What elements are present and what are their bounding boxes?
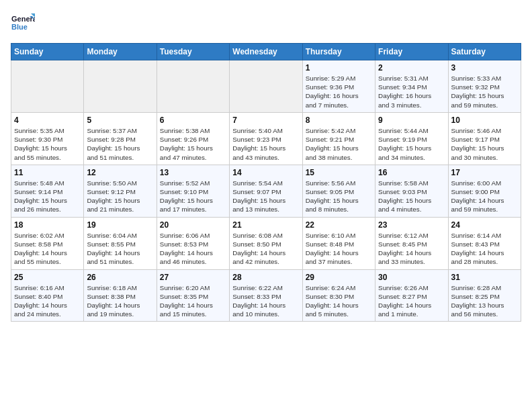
calendar-cell: 2Sunrise: 5:31 AM Sunset: 9:34 PM Daylig…: [375, 60, 448, 113]
calendar-cell: [84, 60, 157, 113]
calendar-header-row: SundayMondayTuesdayWednesdayThursdayFrid…: [11, 44, 521, 60]
calendar-cell: 6Sunrise: 5:38 AM Sunset: 9:26 PM Daylig…: [157, 112, 229, 165]
weekday-header-wednesday: Wednesday: [230, 44, 302, 60]
logo: General Blue: [11, 11, 35, 35]
calendar-cell: 21Sunrise: 6:08 AM Sunset: 8:50 PM Dayli…: [230, 217, 302, 269]
day-number: 30: [378, 273, 445, 282]
day-number: 2: [378, 63, 445, 73]
day-info: Sunrise: 6:26 AM Sunset: 8:27 PM Dayligh…: [378, 283, 445, 319]
day-number: 6: [160, 116, 226, 125]
day-info: Sunrise: 5:42 AM Sunset: 9:21 PM Dayligh…: [306, 126, 372, 162]
day-number: 15: [306, 168, 372, 177]
day-number: 20: [160, 220, 226, 230]
day-info: Sunrise: 5:29 AM Sunset: 9:36 PM Dayligh…: [306, 74, 372, 109]
calendar-cell: 27Sunrise: 6:20 AM Sunset: 8:35 PM Dayli…: [157, 269, 229, 322]
day-number: 31: [451, 273, 518, 282]
day-number: 26: [87, 273, 153, 282]
day-info: Sunrise: 5:52 AM Sunset: 9:10 PM Dayligh…: [160, 179, 226, 214]
calendar-cell: 24Sunrise: 6:14 AM Sunset: 8:43 PM Dayli…: [448, 217, 521, 269]
calendar-cell: 18Sunrise: 6:02 AM Sunset: 8:58 PM Dayli…: [11, 217, 84, 269]
day-info: Sunrise: 5:50 AM Sunset: 9:12 PM Dayligh…: [87, 179, 153, 214]
calendar-cell: [157, 60, 229, 113]
calendar-cell: 12Sunrise: 5:50 AM Sunset: 9:12 PM Dayli…: [84, 165, 157, 217]
weekday-header-thursday: Thursday: [302, 44, 375, 60]
calendar-cell: 26Sunrise: 6:18 AM Sunset: 8:38 PM Dayli…: [84, 269, 157, 322]
day-info: Sunrise: 5:37 AM Sunset: 9:28 PM Dayligh…: [87, 126, 153, 162]
calendar-cell: 13Sunrise: 5:52 AM Sunset: 9:10 PM Dayli…: [157, 165, 229, 217]
day-number: 29: [306, 273, 372, 282]
calendar-cell: 16Sunrise: 5:58 AM Sunset: 9:03 PM Dayli…: [375, 165, 448, 217]
calendar-week-3: 11Sunrise: 5:48 AM Sunset: 9:14 PM Dayli…: [11, 165, 521, 217]
calendar-cell: 5Sunrise: 5:37 AM Sunset: 9:28 PM Daylig…: [84, 112, 157, 165]
day-number: 4: [14, 116, 81, 125]
weekday-header-monday: Monday: [84, 44, 157, 60]
day-number: 12: [87, 168, 153, 177]
day-number: 24: [451, 220, 518, 230]
day-info: Sunrise: 6:12 AM Sunset: 8:45 PM Dayligh…: [378, 231, 445, 267]
calendar-week-1: 1Sunrise: 5:29 AM Sunset: 9:36 PM Daylig…: [11, 60, 521, 113]
day-number: 9: [378, 116, 445, 125]
calendar-cell: 22Sunrise: 6:10 AM Sunset: 8:48 PM Dayli…: [302, 217, 375, 269]
calendar-cell: 17Sunrise: 6:00 AM Sunset: 9:00 PM Dayli…: [448, 165, 521, 217]
day-info: Sunrise: 6:08 AM Sunset: 8:50 PM Dayligh…: [232, 231, 299, 267]
calendar-cell: 15Sunrise: 5:56 AM Sunset: 9:05 PM Dayli…: [302, 165, 375, 217]
weekday-header-saturday: Saturday: [448, 44, 521, 60]
calendar-cell: [11, 60, 84, 113]
day-number: 8: [306, 116, 372, 125]
day-info: Sunrise: 5:54 AM Sunset: 9:07 PM Dayligh…: [232, 179, 299, 214]
calendar-week-2: 4Sunrise: 5:35 AM Sunset: 9:30 PM Daylig…: [11, 112, 521, 165]
day-number: 19: [87, 220, 153, 230]
calendar-cell: 29Sunrise: 6:24 AM Sunset: 8:30 PM Dayli…: [302, 269, 375, 322]
weekday-header-tuesday: Tuesday: [157, 44, 229, 60]
day-number: 27: [160, 273, 226, 282]
page-header: General Blue: [11, 11, 521, 35]
calendar-week-4: 18Sunrise: 6:02 AM Sunset: 8:58 PM Dayli…: [11, 217, 521, 269]
day-info: Sunrise: 5:56 AM Sunset: 9:05 PM Dayligh…: [306, 179, 372, 214]
calendar-cell: [230, 60, 302, 113]
day-info: Sunrise: 5:58 AM Sunset: 9:03 PM Dayligh…: [378, 179, 445, 214]
calendar-cell: 11Sunrise: 5:48 AM Sunset: 9:14 PM Dayli…: [11, 165, 84, 217]
day-info: Sunrise: 5:40 AM Sunset: 9:23 PM Dayligh…: [232, 126, 299, 162]
day-info: Sunrise: 6:24 AM Sunset: 8:30 PM Dayligh…: [306, 283, 372, 319]
day-info: Sunrise: 6:04 AM Sunset: 8:55 PM Dayligh…: [87, 231, 153, 267]
day-number: 1: [306, 63, 372, 73]
day-number: 28: [232, 273, 299, 282]
day-number: 14: [232, 168, 299, 177]
calendar-week-5: 25Sunrise: 6:16 AM Sunset: 8:40 PM Dayli…: [11, 269, 521, 322]
calendar-cell: 20Sunrise: 6:06 AM Sunset: 8:53 PM Dayli…: [157, 217, 229, 269]
calendar-cell: 1Sunrise: 5:29 AM Sunset: 9:36 PM Daylig…: [302, 60, 375, 113]
day-number: 25: [14, 273, 81, 282]
day-info: Sunrise: 6:16 AM Sunset: 8:40 PM Dayligh…: [14, 283, 81, 319]
calendar-cell: 4Sunrise: 5:35 AM Sunset: 9:30 PM Daylig…: [11, 112, 84, 165]
day-number: 17: [451, 168, 518, 177]
day-info: Sunrise: 5:48 AM Sunset: 9:14 PM Dayligh…: [14, 179, 81, 214]
day-info: Sunrise: 5:44 AM Sunset: 9:19 PM Dayligh…: [378, 126, 445, 162]
day-number: 11: [14, 168, 81, 177]
calendar-cell: 31Sunrise: 6:28 AM Sunset: 8:25 PM Dayli…: [448, 269, 521, 322]
day-info: Sunrise: 6:18 AM Sunset: 8:38 PM Dayligh…: [87, 283, 153, 319]
day-info: Sunrise: 5:31 AM Sunset: 9:34 PM Dayligh…: [378, 74, 445, 109]
day-info: Sunrise: 5:38 AM Sunset: 9:26 PM Dayligh…: [160, 126, 226, 162]
day-number: 18: [14, 220, 81, 230]
day-info: Sunrise: 6:28 AM Sunset: 8:25 PM Dayligh…: [451, 283, 518, 319]
calendar-table: SundayMondayTuesdayWednesdayThursdayFrid…: [11, 43, 521, 322]
calendar-cell: 23Sunrise: 6:12 AM Sunset: 8:45 PM Dayli…: [375, 217, 448, 269]
calendar-cell: 14Sunrise: 5:54 AM Sunset: 9:07 PM Dayli…: [230, 165, 302, 217]
calendar-cell: 25Sunrise: 6:16 AM Sunset: 8:40 PM Dayli…: [11, 269, 84, 322]
day-info: Sunrise: 6:10 AM Sunset: 8:48 PM Dayligh…: [306, 231, 372, 267]
day-info: Sunrise: 6:06 AM Sunset: 8:53 PM Dayligh…: [160, 231, 226, 267]
svg-text:General: General: [11, 15, 35, 23]
weekday-header-friday: Friday: [375, 44, 448, 60]
calendar-cell: 9Sunrise: 5:44 AM Sunset: 9:19 PM Daylig…: [375, 112, 448, 165]
day-info: Sunrise: 6:02 AM Sunset: 8:58 PM Dayligh…: [14, 231, 81, 267]
day-number: 16: [378, 168, 445, 177]
day-number: 3: [451, 63, 518, 73]
day-info: Sunrise: 6:20 AM Sunset: 8:35 PM Dayligh…: [160, 283, 226, 319]
day-info: Sunrise: 6:00 AM Sunset: 9:00 PM Dayligh…: [451, 179, 518, 214]
calendar-cell: 7Sunrise: 5:40 AM Sunset: 9:23 PM Daylig…: [230, 112, 302, 165]
day-number: 13: [160, 168, 226, 177]
day-number: 10: [451, 116, 518, 125]
day-number: 5: [87, 116, 153, 125]
calendar-cell: 28Sunrise: 6:22 AM Sunset: 8:33 PM Dayli…: [230, 269, 302, 322]
calendar-cell: 30Sunrise: 6:26 AM Sunset: 8:27 PM Dayli…: [375, 269, 448, 322]
